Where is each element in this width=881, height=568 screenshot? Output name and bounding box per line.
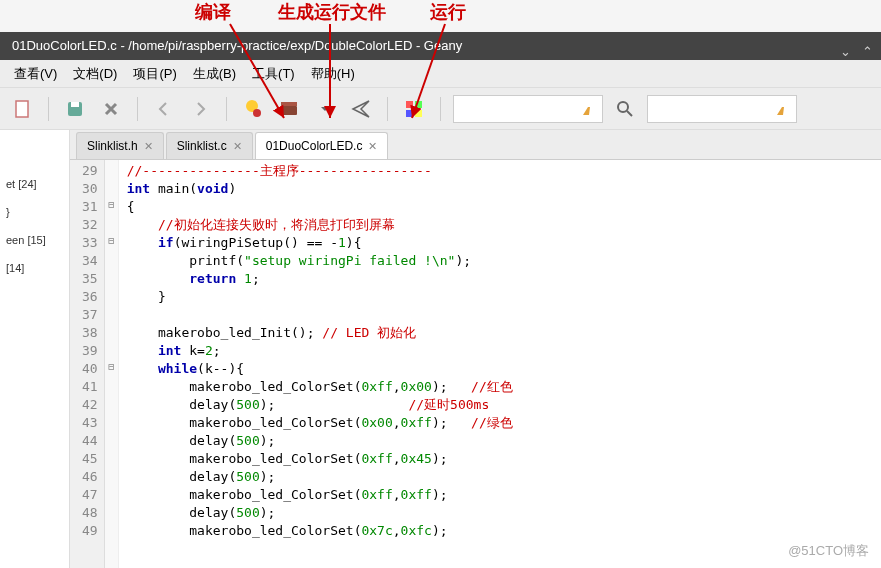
- fold-toggle: [105, 178, 118, 196]
- line-number: 37: [82, 306, 98, 324]
- fold-toggle: [105, 430, 118, 448]
- find-button[interactable]: [611, 95, 639, 123]
- file-tab[interactable]: Slinklist.c✕: [166, 132, 253, 159]
- fold-toggle: [105, 340, 118, 358]
- fold-toggle: [105, 412, 118, 430]
- svg-rect-8: [281, 106, 297, 115]
- code-line[interactable]: while(k--){: [127, 360, 513, 378]
- menu-build[interactable]: 生成(B): [185, 61, 244, 87]
- line-number: 33: [82, 234, 98, 252]
- fold-toggle[interactable]: ⊟: [105, 196, 118, 214]
- close-icon[interactable]: ✕: [368, 140, 377, 153]
- menu-project[interactable]: 项目(P): [125, 61, 184, 87]
- code-line[interactable]: makerobo_led_ColorSet(0xff,0x45);: [127, 450, 513, 468]
- svg-point-14: [618, 102, 628, 112]
- main-area: et [24] } een [15] [14] Slinklist.h✕Slin…: [0, 130, 881, 568]
- line-number: 32: [82, 216, 98, 234]
- code-line[interactable]: delay(500);: [127, 504, 513, 522]
- code-line[interactable]: makerobo_led_ColorSet(0x00,0xff); //绿色: [127, 414, 513, 432]
- menu-help[interactable]: 帮助(H): [303, 61, 363, 87]
- new-file-button[interactable]: [8, 95, 36, 123]
- code-line[interactable]: //初始化连接失败时，将消息打印到屏幕: [127, 216, 513, 234]
- fold-toggle: [105, 448, 118, 466]
- color-picker-button[interactable]: [400, 95, 428, 123]
- annotation-run: 运行: [430, 0, 466, 24]
- menu-view[interactable]: 查看(V): [6, 61, 65, 87]
- line-number: 40: [82, 360, 98, 378]
- annotation-overlay: 编译 生成运行文件 运行: [0, 0, 881, 30]
- close-button[interactable]: [97, 95, 125, 123]
- run-button[interactable]: [347, 95, 375, 123]
- line-number: 38: [82, 324, 98, 342]
- code-line[interactable]: delay(500); //延时500ms: [127, 396, 513, 414]
- line-number: 43: [82, 414, 98, 432]
- fold-toggle[interactable]: ⊟: [105, 358, 118, 376]
- line-number: 47: [82, 486, 98, 504]
- code-line[interactable]: delay(500);: [127, 468, 513, 486]
- editor-area: Slinklist.h✕Slinklist.c✕01DuoColorLED.c✕…: [70, 130, 881, 568]
- symbol-item[interactable]: [14]: [4, 254, 65, 282]
- symbol-sidebar: et [24] } een [15] [14]: [0, 130, 70, 568]
- code-line[interactable]: makerobo_led_ColorSet(0x7c,0xfc);: [127, 522, 513, 540]
- line-number: 46: [82, 468, 98, 486]
- code-line[interactable]: makerobo_led_ColorSet(0xff,0xff);: [127, 486, 513, 504]
- file-tab[interactable]: Slinklist.h✕: [76, 132, 164, 159]
- close-icon[interactable]: ✕: [233, 140, 242, 153]
- nav-back-button[interactable]: [150, 95, 178, 123]
- fold-toggle: [105, 502, 118, 520]
- fold-toggle: [105, 484, 118, 502]
- svg-point-7: [253, 109, 261, 117]
- code-line[interactable]: return 1;: [127, 270, 513, 288]
- close-icon[interactable]: ✕: [144, 140, 153, 153]
- code-line[interactable]: {: [127, 198, 513, 216]
- code-line[interactable]: makerobo_led_Init(); // LED 初始化: [127, 324, 513, 342]
- separator: [387, 97, 388, 121]
- code-line[interactable]: int main(void): [127, 180, 513, 198]
- window-titlebar: 01DuoColorLED.c - /home/pi/raspberry-pra…: [0, 32, 881, 60]
- svg-rect-3: [16, 101, 28, 117]
- menu-tools[interactable]: 工具(T): [244, 61, 303, 87]
- tab-label: Slinklist.c: [177, 139, 227, 153]
- symbol-item[interactable]: een [15]: [4, 226, 65, 254]
- code-line[interactable]: if(wiringPiSetup() == -1){: [127, 234, 513, 252]
- fold-toggle: [105, 214, 118, 232]
- nav-forward-button[interactable]: [186, 95, 214, 123]
- code-line[interactable]: delay(500);: [127, 432, 513, 450]
- save-button[interactable]: [61, 95, 89, 123]
- line-number: 34: [82, 252, 98, 270]
- menu-document[interactable]: 文档(D): [65, 61, 125, 87]
- build-button[interactable]: [275, 95, 303, 123]
- code-lines[interactable]: //---------------主程序-----------------int…: [119, 160, 521, 568]
- line-number: 45: [82, 450, 98, 468]
- goto-input[interactable]: [647, 95, 797, 123]
- code-editor[interactable]: 2930313233343536373839404142434445464748…: [70, 160, 881, 568]
- search-input[interactable]: [453, 95, 603, 123]
- separator: [137, 97, 138, 121]
- window-maximize-icon[interactable]: ⌄: [840, 38, 851, 66]
- build-dropdown-button[interactable]: [311, 95, 339, 123]
- code-line[interactable]: int k=2;: [127, 342, 513, 360]
- fold-toggle: [105, 160, 118, 178]
- line-number: 31: [82, 198, 98, 216]
- line-number: 41: [82, 378, 98, 396]
- fold-toggle: [105, 304, 118, 322]
- line-number-gutter: 2930313233343536373839404142434445464748…: [70, 160, 105, 568]
- code-line[interactable]: printf("setup wiringPi failed !\n");: [127, 252, 513, 270]
- svg-rect-9: [281, 102, 297, 106]
- line-number: 42: [82, 396, 98, 414]
- window-close-icon[interactable]: ⌃: [862, 38, 873, 66]
- fold-toggle: [105, 466, 118, 484]
- fold-toggle[interactable]: ⊟: [105, 232, 118, 250]
- code-line[interactable]: [127, 306, 513, 324]
- file-tab[interactable]: 01DuoColorLED.c✕: [255, 132, 389, 159]
- code-line[interactable]: }: [127, 288, 513, 306]
- compile-button[interactable]: [239, 95, 267, 123]
- annotation-compile: 编译: [195, 0, 231, 24]
- fold-toggle: [105, 322, 118, 340]
- code-line[interactable]: //---------------主程序-----------------: [127, 162, 513, 180]
- symbol-item[interactable]: et [24]: [4, 170, 65, 198]
- symbol-item[interactable]: }: [4, 198, 65, 226]
- fold-toggle: [105, 286, 118, 304]
- code-line[interactable]: makerobo_led_ColorSet(0xff,0x00); //红色: [127, 378, 513, 396]
- tab-bar: Slinklist.h✕Slinklist.c✕01DuoColorLED.c✕: [70, 130, 881, 160]
